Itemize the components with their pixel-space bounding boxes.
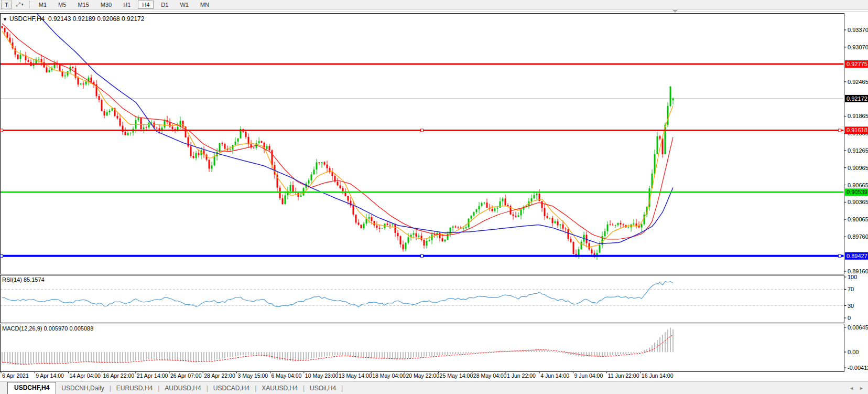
date-tick-label: 4 Jun 14:00: [540, 372, 569, 379]
toolbar-separator: [29, 1, 30, 8]
macd-scale-label: -0.004129: [848, 365, 868, 371]
text-tool-button[interactable]: T: [1, 1, 12, 9]
price-tag-0.92775-text: 0.92775: [847, 61, 867, 67]
rsi-scale-label: 100: [848, 274, 857, 280]
support-line-blue-handle[interactable]: [1, 254, 3, 257]
tab-prev-icon[interactable]: ◄: [849, 386, 854, 391]
date-tick-label: 18 May 04:00: [372, 372, 406, 379]
timeframe-button-m1[interactable]: M1: [35, 1, 51, 9]
price-tag-0.89427-text: 0.89427: [847, 253, 867, 259]
timeframe-button-m5[interactable]: M5: [54, 1, 70, 9]
chart-symbol-period: USDCHF,H4: [9, 15, 45, 23]
tab-usdcad-h4[interactable]: USDCAD,H4: [208, 383, 255, 394]
rsi-scale-label: 30: [848, 303, 854, 309]
date-tick-label: 28 Apr 22:00: [204, 372, 235, 379]
rsi-indicator-label: RSI(14) 85.1574: [2, 276, 45, 283]
price-tick-label: 0.91265: [848, 147, 868, 154]
date-tick-label: 20 May 22:00: [406, 372, 439, 379]
time-axis[interactable]: 6 Apr 20219 Apr 14:0014 Apr 04:0016 Apr …: [1, 372, 674, 379]
price-axis[interactable]: 0.933700.930700.924650.918650.915650.912…: [844, 27, 868, 371]
timeframe-button-mn[interactable]: MN: [196, 1, 213, 9]
date-tick-label: 9 Apr 14:00: [36, 372, 64, 379]
timeframe-button-w1[interactable]: W1: [176, 1, 193, 9]
chart-dropdown-icon[interactable]: ▼: [3, 17, 7, 22]
macd-indicator-label: MACD(12,26,9) 0.005970 0.005088: [2, 325, 93, 332]
tab-usoil-h4[interactable]: USOil,H4: [305, 383, 341, 394]
toolbar: T ⤢ ▾ M1M5M15M30H1H4D1W1MN: [0, 0, 868, 9]
price-tick-label: 0.93070: [848, 44, 868, 50]
date-tick-label: 16 Jun 14:00: [642, 372, 674, 379]
date-tick-label: 6 May 04:00: [272, 372, 302, 379]
timeframe-button-m30[interactable]: M30: [96, 1, 116, 9]
rsi-scale-label: 70: [848, 286, 854, 292]
date-tick-label: 13 May 14:00: [339, 372, 372, 379]
price-tick-label: 0.89760: [848, 233, 868, 240]
tab-separator: |: [341, 385, 343, 394]
price-tick-label: 0.93370: [848, 27, 868, 33]
date-tick-label: 6 Apr 2021: [2, 372, 29, 379]
price-tick-label: 0.92465: [848, 79, 868, 85]
price-tick-label: 0.90965: [848, 165, 868, 171]
macd-panel[interactable]: [1, 324, 844, 372]
current-price-tag-text: 0.92172: [847, 95, 867, 102]
chart-area[interactable]: 0.933700.930700.924650.918650.915650.912…: [0, 0, 868, 394]
resistance-line-lower-handle[interactable]: [421, 129, 424, 132]
resistance-line-lower-handle[interactable]: [1, 129, 3, 132]
price-tag-0.91618-text: 0.91618: [847, 127, 867, 133]
date-tick-label: 10 May 23:00: [305, 372, 339, 379]
macd-scale-label: 0.006451: [848, 324, 868, 331]
support-line-blue-handle[interactable]: [421, 254, 424, 257]
tab-xauusd-h4[interactable]: XAUUSD,H4: [256, 383, 303, 394]
chart-ohlc-values: 0.92143 0.92189 0.92068 0.92172: [48, 15, 145, 23]
timeframe-button-h1[interactable]: H1: [119, 1, 135, 9]
date-tick-label: 14 Apr 04:00: [69, 372, 101, 379]
tab-usdcnh-daily[interactable]: USDCNH,Daily: [56, 383, 109, 394]
date-tick-label: 28 May 04:00: [473, 372, 507, 379]
date-tick-label: 26 Apr 07:00: [170, 372, 202, 379]
macd-scale-label: 0.00: [848, 349, 859, 355]
timeframe-button-h4[interactable]: H4: [138, 1, 154, 9]
date-tick-label: 21 Apr 14:00: [137, 372, 168, 379]
chevron-down-icon: ▾: [21, 2, 24, 7]
timeframe-button-d1[interactable]: D1: [157, 1, 172, 9]
date-tick-label: 3 May 15:00: [237, 372, 268, 379]
price-tick-label: 0.90665: [848, 182, 868, 188]
tab-audusd-h4[interactable]: AUDUSD,H4: [159, 383, 206, 394]
date-tick-label: 11 Jun 22:00: [608, 372, 639, 379]
date-tick-label: 9 Jun 04:00: [574, 372, 603, 379]
price-tick-label: 0.90065: [848, 216, 868, 222]
tab-usdchf-h4[interactable]: USDCHF,H4: [7, 382, 56, 394]
price-tick-label: 0.90365: [848, 199, 868, 205]
timeframe-toolbar: M1M5M15M30H1H4D1W1MN: [35, 1, 213, 9]
rsi-panel[interactable]: [1, 275, 844, 323]
price-tick-label: 0.91865: [848, 113, 868, 119]
tab-next-icon[interactable]: ►: [859, 386, 864, 391]
tab-navigation: ◄ ►: [849, 386, 864, 391]
date-tick-label: 16 Apr 22:00: [103, 372, 135, 379]
tab-eurusd-h4[interactable]: EURUSD,H4: [111, 383, 158, 394]
arrows-tool-icon: ⤢: [16, 1, 20, 8]
chart-tabs-bar: USDCHF,H4USDCNH,Daily|EURUSD,H4|AUDUSD,H…: [0, 381, 868, 394]
date-tick-label: 25 May 14:00: [440, 372, 473, 379]
rsi-scale-label: 0: [848, 315, 851, 321]
date-tick-label: 1 Jun 22:00: [507, 372, 536, 379]
main-chart-panel[interactable]: [1, 14, 844, 274]
timeframe-button-m15[interactable]: M15: [73, 1, 93, 9]
resistance-line-lower-handle[interactable]: [839, 129, 841, 132]
chart-title: ▼USDCHF,H4 0.92143 0.92189 0.92068 0.921…: [3, 15, 144, 23]
price-tag-0.90539-text: 0.90539: [847, 189, 867, 195]
arrows-tool-button[interactable]: ⤢ ▾: [13, 1, 26, 8]
support-line-blue-handle[interactable]: [839, 254, 841, 257]
